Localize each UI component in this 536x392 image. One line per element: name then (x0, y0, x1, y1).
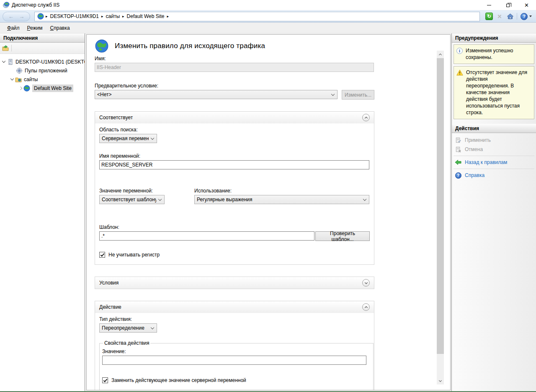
sites-folder-icon (15, 76, 22, 83)
expander-collapse-icon[interactable] (10, 77, 14, 80)
replace-value-row[interactable]: Заменить действующее значение серверной … (102, 377, 368, 383)
breadcrumb-server[interactable]: DESKTOP-U1MK9D1 (50, 13, 99, 19)
back-icon[interactable]: ← (8, 14, 14, 19)
action-type-value: Переопределение (102, 325, 149, 331)
actions-separator (454, 156, 534, 156)
chevron-down-icon (158, 197, 162, 200)
scroll-down-button[interactable] (437, 377, 444, 384)
action-value-input[interactable] (102, 356, 366, 365)
menu-help[interactable]: Справка (46, 23, 74, 33)
main-area: Изменить правило для исходящего трафика … (85, 33, 451, 391)
tree-item-sites[interactable]: сайты (0, 75, 85, 84)
collapse-button[interactable] (362, 114, 370, 121)
cancel-icon (455, 146, 461, 153)
chevron-down-icon (439, 379, 442, 382)
warning-alert: Отсутствует значение для действия переоп… (454, 66, 534, 119)
tree-item-label: DESKTOP-U1MK9D1 (DESKTOI (15, 59, 85, 65)
precondition-label: Предварительное условие: (95, 83, 376, 89)
warning-alert-text: Отсутствует значение для действия переоп… (466, 69, 531, 116)
using-select[interactable]: Регулярные выражения (194, 195, 369, 204)
chevron-down-icon (529, 15, 532, 17)
info-alert: i Изменения успешно сохранены. (454, 44, 534, 64)
close-button[interactable]: ✕ (517, 0, 536, 10)
edit-outbound-rule-page: Изменить правило для исходящего трафика … (86, 34, 451, 390)
pattern-input[interactable] (99, 231, 314, 241)
minimize-button[interactable] (479, 0, 498, 10)
variable-value-value: Соответствует шаблону (102, 197, 156, 202)
back-arrow-icon (455, 159, 461, 166)
home-icon (507, 13, 514, 20)
iis-manager-window: Диспетчер служб IIS ✕ ← → ▸ DESKTOP-U1MK… (0, 0, 536, 392)
tree-item-label: сайты (24, 77, 38, 82)
variable-value-select[interactable]: Соответствует шаблону (99, 195, 165, 204)
action-section-title: Действие (99, 304, 121, 310)
back-to-rules-action[interactable]: Назад к правилам (452, 158, 536, 167)
breadcrumb-separator: ▸ (46, 14, 48, 18)
help-menu-button[interactable]: ? (521, 12, 532, 20)
tree-item-label: Пулы приложений (25, 68, 67, 74)
connections-panel: Подключения DES (0, 33, 85, 391)
scrollbar-thumb[interactable] (437, 58, 444, 354)
tree-item-default-web-site[interactable]: Default Web Site (0, 84, 85, 92)
using-value: Регулярные выражения (197, 197, 361, 202)
replace-value-checkbox[interactable] (102, 377, 108, 383)
action-section: Действие Тип действия: Переопределение С… (95, 301, 374, 390)
expander-expand-icon[interactable] (19, 86, 22, 90)
pattern-label: Шаблон: (99, 224, 370, 230)
match-section: Соответствует Область поиска: Серверная … (95, 111, 374, 265)
conditions-section: Условия (95, 277, 374, 289)
warning-icon (456, 69, 463, 76)
forward-icon[interactable]: → (19, 14, 24, 19)
page-title: Изменить правило для исходящего трафика (115, 42, 265, 50)
nav-history-buttons: ← → (3, 12, 30, 21)
back-to-rules-label: Назад к правилам (465, 159, 507, 165)
ignore-case-row[interactable]: Не учитывать регистр (99, 252, 370, 258)
precondition-select[interactable]: <Нет> (95, 90, 338, 99)
title-bar: Диспетчер служб IIS ✕ (0, 0, 536, 10)
home-button[interactable] (505, 12, 515, 20)
breadcrumb-sites[interactable]: сайты (106, 13, 120, 19)
action-type-select[interactable]: Переопределение (99, 323, 157, 333)
info-icon: i (456, 48, 463, 54)
connections-tree: DESKTOP-U1MK9D1 (DESKTOI Пулы приложений (0, 54, 85, 92)
scope-select[interactable]: Серверная переменн (99, 134, 157, 143)
match-section-header[interactable]: Соответствует (95, 112, 374, 123)
save-connection-icon[interactable] (2, 45, 9, 51)
restore-button[interactable] (498, 0, 517, 10)
using-label: Использование: (194, 188, 370, 194)
tree-item-app-pools[interactable]: Пулы приложений (0, 66, 85, 75)
toolbar-separator (517, 13, 517, 20)
breadcrumb-separator: ▸ (167, 14, 169, 18)
action-section-header[interactable]: Действие (95, 301, 374, 313)
chevron-up-icon (439, 53, 442, 56)
expander-collapse-icon[interactable] (2, 59, 5, 63)
refresh-button[interactable]: ↻ (484, 12, 494, 20)
variable-value-label: Значение переменной: (99, 188, 194, 194)
vertical-scrollbar[interactable] (437, 51, 444, 384)
collapse-button[interactable] (362, 303, 370, 311)
expand-button[interactable] (362, 279, 370, 287)
action-properties-group: Свойства действия Значение: Заменить дей… (99, 340, 374, 390)
ignore-case-checkbox[interactable] (99, 252, 105, 258)
scope-label: Область поиска: (99, 127, 370, 133)
stop-button: ✕ (495, 12, 504, 20)
navigation-bar: ← → ▸ DESKTOP-U1MK9D1 ▸ сайты ▸ Default … (0, 10, 536, 23)
conditions-section-header[interactable]: Условия (95, 277, 374, 289)
breadcrumb[interactable]: ▸ DESKTOP-U1MK9D1 ▸ сайты ▸ Default Web … (34, 12, 480, 21)
menu-file[interactable]: Файл (3, 23, 23, 33)
right-panel: Предупреждения i Изменения успешно сохра… (451, 33, 536, 391)
scroll-up-button[interactable] (437, 51, 444, 58)
variable-name-input[interactable] (99, 160, 369, 169)
cancel-action: Отмена (452, 145, 536, 154)
menu-view[interactable]: Режим (23, 23, 46, 33)
help-action[interactable]: ? Справка (452, 171, 536, 180)
chevron-up-icon (364, 306, 367, 309)
precondition-value: <Нет> (97, 92, 329, 97)
window-title: Диспетчер служб IIS (12, 2, 59, 8)
action-value-label: Значение: (102, 348, 368, 354)
tree-item-server[interactable]: DESKTOP-U1MK9D1 (DESKTOI (0, 57, 85, 66)
actions-header: Действия (452, 124, 536, 133)
test-pattern-button[interactable]: Проверить шаблон... (315, 231, 370, 241)
breadcrumb-default-web-site[interactable]: Default Web Site (127, 13, 165, 19)
iis-app-icon (3, 2, 10, 8)
